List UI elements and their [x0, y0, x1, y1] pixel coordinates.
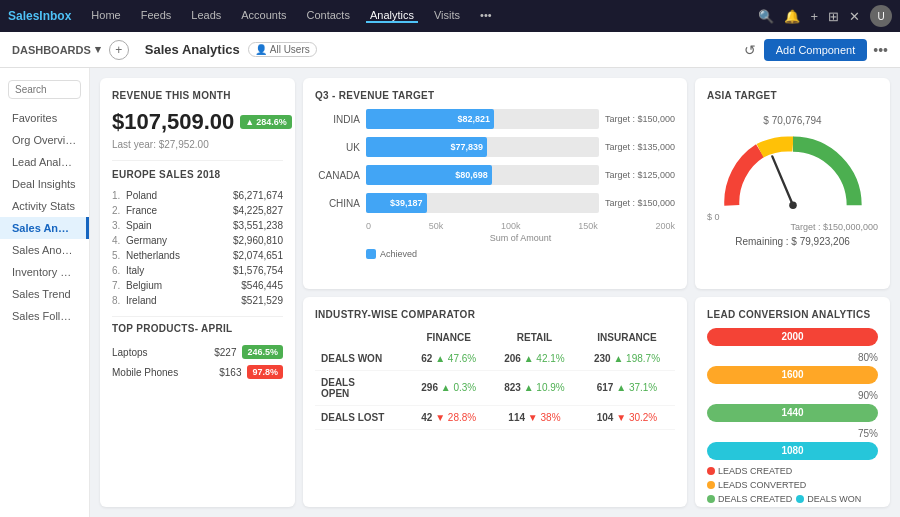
col-header-retail: RETAIL [490, 328, 579, 347]
nav-visits[interactable]: Visits [430, 9, 464, 23]
gauge-remaining: Remaining : $ 79,923,206 [735, 236, 850, 247]
industry-row-deals-open: DEALSOPEN 296 ▲ 0.3% 823 ▲ 10.9% 617 ▲ 3… [315, 370, 675, 405]
bar-row-uk: UK $77,839 Target : $135,000 [315, 137, 675, 157]
lead-conversion-card: LEAD CONVERSION ANALYTICS 2000 80% 1600 … [695, 297, 890, 508]
plus-icon[interactable]: + [810, 9, 818, 24]
q3-revenue-card: Q3 - REVENUE TARGET INDIA $82,821 Target… [303, 78, 687, 289]
bar-row-india: INDIA $82,821 Target : $150,000 [315, 109, 675, 129]
dashboards-label: DASHBOARDS [12, 44, 91, 56]
gauge-target-label: Target : $150,000,000 [707, 222, 878, 232]
sidebar-item-favorites[interactable]: Favorites [0, 107, 89, 129]
search-icon[interactable]: 🔍 [758, 9, 774, 24]
europe-row-7: 7.Belgium$546,445 [112, 278, 283, 293]
gauge-container: $ 70,076,794 $ 0 Target : $150,000,000 [707, 109, 878, 253]
sidebar-item-org-overview[interactable]: Org Overview [0, 129, 89, 151]
industry-row-deals-lost: DEALS LOST 42 ▼ 28.8% 114 ▼ 38% 104 ▼ 30… [315, 405, 675, 429]
legend-box [366, 249, 376, 259]
refresh-button[interactable]: ↺ [744, 42, 756, 58]
sidebar-item-sales-trend[interactable]: Sales Trend [0, 283, 89, 305]
europe-row-4: 4.Germany$2,960,810 [112, 233, 283, 248]
revenue-title: REVENUE THIS MONTH [112, 90, 283, 101]
sidebar-item-sales-followup[interactable]: Sales Follow-up T [0, 305, 89, 327]
gauge-left-label: $ 0 [707, 212, 720, 222]
lead-legend: LEADS CREATED LEADS CONVERTED DEALS CREA… [707, 466, 878, 504]
add-component-button[interactable]: Add Component [764, 39, 868, 61]
europe-row-6: 6.Italy$1,576,754 [112, 263, 283, 278]
revenue-amount: $107,509.00 ▲ 284.6% [112, 109, 283, 135]
q3-bar-chart: INDIA $82,821 Target : $150,000 UK $77,8… [315, 109, 675, 259]
europe-row-3: 3.Spain$3,551,238 [112, 218, 283, 233]
brand-logo[interactable]: SalesInbox [8, 9, 71, 23]
bar-x-axis: 0 50k 100k 150k 200k [315, 221, 675, 231]
legend-deals-won: DEALS WON [796, 494, 861, 504]
more-options-button[interactable]: ••• [873, 42, 888, 58]
legend-deals-created: DEALS CREATED [707, 494, 792, 504]
product-row-phones: Mobile Phones $163 97.8% [112, 362, 283, 382]
lead-pct-75: 75% [707, 428, 878, 439]
sidebar-item-sales-analytics[interactable]: Sales Analytics [0, 217, 89, 239]
lead-bars: 2000 80% 1600 90% 1440 75% [707, 328, 878, 460]
sidebar-search-container [0, 76, 89, 103]
nav-more[interactable]: ••• [476, 9, 496, 23]
sidebar-item-inventory[interactable]: Inventory Reports [0, 261, 89, 283]
sub-navigation: DASHBOARDS ▾ + Sales Analytics 👤 All Use… [0, 32, 900, 68]
nav-analytics[interactable]: Analytics [366, 9, 418, 23]
lead-pct-90: 90% [707, 390, 878, 401]
lead-pct-80: 80% [707, 352, 878, 363]
user-avatar[interactable]: U [870, 5, 892, 27]
revenue-last-year: Last year: $27,952.00 [112, 139, 283, 150]
legend-label: Achieved [380, 249, 417, 259]
lead-bar-1600: 1600 [707, 366, 878, 384]
industry-row-deals-won: DEALS WON 62 ▲ 47.6% 206 ▲ 42.1% 230 ▲ 1… [315, 347, 675, 371]
dashboards-dropdown[interactable]: DASHBOARDS ▾ [12, 43, 101, 56]
asia-title: ASIA TARGET [707, 90, 878, 101]
svg-point-1 [789, 202, 797, 210]
users-label: All Users [270, 44, 310, 55]
europe-title: EUROPE SALES 2018 [112, 169, 283, 180]
nav-icons: 🔍 🔔 + ⊞ ✕ U [758, 5, 892, 27]
col-header-insurance: INSURANCE [579, 328, 675, 347]
legend-leads-converted: LEADS CONVERTED [707, 480, 806, 490]
main-layout: Favorites Org Overview Lead Analytics De… [0, 68, 900, 517]
lead-bar-2000: 2000 [707, 328, 878, 346]
nav-contacts[interactable]: Contacts [303, 9, 354, 23]
europe-row-8: 8.Ireland$521,529 [112, 293, 283, 308]
sidebar-item-lead-analytics[interactable]: Lead Analytics [0, 151, 89, 173]
products-title: TOP PRODUCTS- APRIL [112, 323, 283, 334]
top-navigation: SalesInbox Home Feeds Leads Accounts Con… [0, 0, 900, 32]
industry-table: FINANCE RETAIL INSURANCE DEALS WON 62 ▲ … [315, 328, 675, 430]
lead-bar-1440: 1440 [707, 404, 878, 422]
users-tag[interactable]: 👤 All Users [248, 42, 317, 57]
industry-title: INDUSTRY-WISE COMPARATOR [315, 309, 675, 320]
nav-leads[interactable]: Leads [187, 9, 225, 23]
industry-comparator-card: INDUSTRY-WISE COMPARATOR FINANCE RETAIL … [303, 297, 687, 508]
sidebar-item-sales-anomalies[interactable]: Sales Anomalies [0, 239, 89, 261]
europe-row-2: 2.France$4,225,827 [112, 203, 283, 218]
sidebar-item-activity-stats[interactable]: Activity Stats [0, 195, 89, 217]
laptops-badge: 246.5% [242, 345, 283, 359]
chevron-down-icon: ▾ [95, 43, 101, 56]
nav-feeds[interactable]: Feeds [137, 9, 176, 23]
europe-row-1: 1.Poland$6,271,674 [112, 188, 283, 203]
top-products-section: TOP PRODUCTS- APRIL Laptops $227 246.5% … [112, 316, 283, 382]
sidebar-search-input[interactable] [8, 80, 81, 99]
bar-row-china: CHINA $39,187 Target : $150,000 [315, 193, 675, 213]
svg-line-0 [772, 156, 793, 205]
europe-sales-section: EUROPE SALES 2018 1.Poland$6,271,674 2.F… [112, 160, 283, 308]
revenue-card: REVENUE THIS MONTH $107,509.00 ▲ 284.6% … [100, 78, 295, 507]
nav-accounts[interactable]: Accounts [237, 9, 290, 23]
bell-icon[interactable]: 🔔 [784, 9, 800, 24]
revenue-badge: ▲ 284.6% [240, 115, 291, 129]
sidebar: Favorites Org Overview Lead Analytics De… [0, 68, 90, 517]
bar-legend: Achieved [315, 249, 675, 259]
grid-icon[interactable]: ⊞ [828, 9, 839, 24]
dashboard-content: REVENUE THIS MONTH $107,509.00 ▲ 284.6% … [90, 68, 900, 517]
nav-items: Home Feeds Leads Accounts Contacts Analy… [87, 9, 758, 23]
nav-home[interactable]: Home [87, 9, 124, 23]
add-dashboard-button[interactable]: + [109, 40, 129, 60]
col-header-label [315, 328, 408, 347]
twitter-icon[interactable]: ✕ [849, 9, 860, 24]
phones-badge: 97.8% [247, 365, 283, 379]
bar-row-canada: CANADA $80,698 Target : $125,000 [315, 165, 675, 185]
sidebar-item-deal-insights[interactable]: Deal Insights [0, 173, 89, 195]
